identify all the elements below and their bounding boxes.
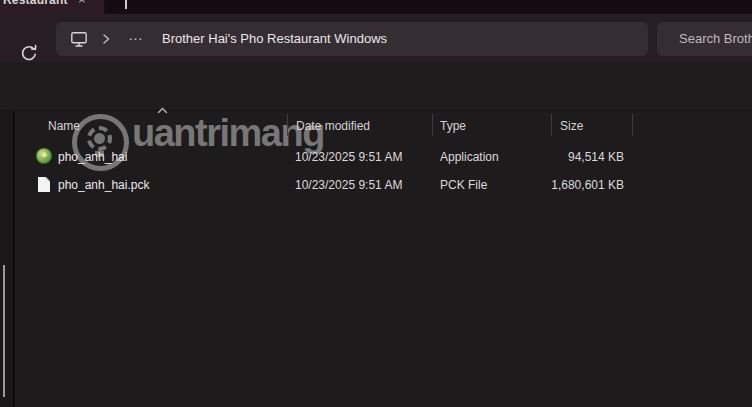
breadcrumb-chevron-icon[interactable] (98, 31, 114, 47)
tab-bar: Restaurant × (0, 0, 752, 14)
breadcrumb-path[interactable]: Brother Hai's Pho Restaurant Windows (162, 31, 387, 46)
column-separator[interactable] (287, 114, 288, 136)
file-date-modified: 10/23/2025 9:51 AM (295, 178, 402, 192)
file-row-pho-anh-hai[interactable]: pho_anh_hai 10/23/2025 9:51 AM Applicati… (14, 144, 752, 170)
search-box[interactable]: Search Brothe (657, 22, 752, 56)
column-header-row: Name Date modified Type Size (14, 111, 752, 138)
file-list-pane: uantrimang Name Date modified Type Size … (0, 110, 752, 407)
file-date-modified: 10/23/2025 9:51 AM (295, 150, 402, 164)
file-name: pho_anh_hai (58, 150, 127, 164)
sort-ascending-icon (157, 107, 168, 114)
column-header-name[interactable]: Name (48, 119, 80, 133)
file-row-pho-anh-hai-pck[interactable]: pho_anh_hai.pck 10/23/2025 9:51 AM PCK F… (14, 172, 752, 198)
file-size: 1,680,601 KB (470, 178, 624, 192)
address-bar[interactable]: … Brother Hai's Pho Restaurant Windows (56, 22, 648, 56)
column-separator[interactable] (551, 114, 552, 136)
application-icon (36, 148, 52, 164)
breadcrumb-ellipsis[interactable]: … (128, 26, 144, 43)
column-header-size[interactable]: Size (560, 119, 583, 133)
column-header-type[interactable]: Type (440, 119, 466, 133)
file-name: pho_anh_hai.pck (58, 178, 149, 192)
column-separator[interactable] (632, 114, 633, 136)
file-explorer-window: Restaurant × … (0, 0, 752, 407)
tab-close-icon[interactable]: × (78, 0, 86, 7)
document-file-icon (38, 177, 50, 192)
search-placeholder: Search Brothe (679, 31, 752, 46)
scrollbar[interactable] (3, 265, 5, 397)
address-bar-row: … Brother Hai's Pho Restaurant Windows S… (0, 14, 752, 62)
new-tab-icon[interactable] (125, 0, 127, 9)
explorer-tab[interactable]: Restaurant × (0, 0, 104, 14)
navigation-pane-edge (0, 111, 13, 407)
tab-strip-background (107, 0, 752, 12)
column-separator[interactable] (432, 114, 433, 136)
command-toolbar: A Sort (0, 62, 752, 110)
column-header-date-modified[interactable]: Date modified (296, 119, 370, 133)
this-pc-icon[interactable] (68, 28, 90, 50)
file-size: 94,514 KB (470, 150, 624, 164)
tab-title: Restaurant (3, 0, 68, 7)
